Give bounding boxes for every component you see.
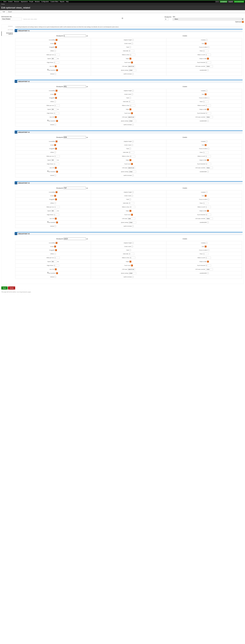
adaptive-height-5-checkbox[interactable] xyxy=(132,242,134,244)
swipe-1-checkbox[interactable] xyxy=(130,58,131,60)
swipe-to-slide-5-checkbox[interactable] xyxy=(207,261,209,262)
variable-width-1-checkbox[interactable] xyxy=(207,70,209,71)
remove-breakpoint-2-button[interactable]: ✕ xyxy=(15,80,17,83)
slides-per-row-3-input[interactable] xyxy=(54,155,60,157)
autoplay-5-checkbox[interactable] xyxy=(206,242,208,244)
touch-move-5-checkbox[interactable] xyxy=(131,264,133,266)
swipe-5-checkbox[interactable] xyxy=(130,261,131,262)
fade-4-checkbox[interactable] xyxy=(130,198,131,200)
infinite-5-checkbox[interactable] xyxy=(54,253,56,255)
skin-select[interactable]: - None - xyxy=(173,18,244,20)
slides-to-show-3-input[interactable] xyxy=(130,155,135,157)
breakpoint-2-input[interactable] xyxy=(64,85,86,88)
fade-3-checkbox[interactable] xyxy=(130,148,131,150)
admin-menu-custom-filters[interactable]: Custom filters xyxy=(50,1,59,2)
slides-to-show-2-input[interactable] xyxy=(130,104,135,106)
save-button[interactable]: Save xyxy=(1,286,8,290)
variable-width-3-checkbox[interactable] xyxy=(207,171,209,172)
wait-for-animate-1-checkbox[interactable] xyxy=(132,73,134,75)
center-mode-3-checkbox[interactable] xyxy=(132,144,133,146)
swipe-3-checkbox[interactable] xyxy=(130,159,131,161)
autoplay-1-checkbox[interactable] xyxy=(206,39,208,41)
wait-for-animate-2-checkbox[interactable] xyxy=(132,124,134,126)
slides-to-scroll-3-input[interactable] xyxy=(206,155,211,157)
initial-slide-4-input[interactable] xyxy=(129,202,134,204)
arrows-5-checkbox[interactable] xyxy=(54,246,56,248)
edge-friction-5-input[interactable] xyxy=(54,264,59,266)
touch-threshold-3-input[interactable] xyxy=(206,163,211,165)
accessibility-3-checkbox[interactable] xyxy=(56,140,58,142)
breakpoint-5-input[interactable] xyxy=(64,238,86,240)
swipe-4-checkbox[interactable] xyxy=(130,210,131,212)
admin-menu-configuration[interactable]: Configuration xyxy=(40,1,50,2)
arrows-4-checkbox[interactable] xyxy=(54,195,56,197)
jquery-easing-2-input[interactable] xyxy=(129,120,136,122)
acceptance-pill[interactable]: Acceptance xyxy=(220,1,227,2)
adaptive-height-2-checkbox[interactable] xyxy=(132,90,134,92)
center-mode-5-checkbox[interactable] xyxy=(132,246,133,247)
wait-for-animate-4-checkbox[interactable] xyxy=(132,226,134,227)
remove-breakpoint-1-button[interactable]: ✕ xyxy=(15,30,17,32)
rows-1-input[interactable] xyxy=(203,50,208,52)
swipe-to-slide-2-checkbox[interactable] xyxy=(207,108,209,110)
infinite-2-checkbox[interactable] xyxy=(54,101,56,102)
variable-width-4-checkbox[interactable] xyxy=(207,222,209,223)
focus-on-select-4-checkbox[interactable] xyxy=(208,198,209,200)
edge-friction-4-input[interactable] xyxy=(54,214,59,216)
slides-per-row-5-input[interactable] xyxy=(54,257,60,259)
admin-menu-store[interactable]: Store xyxy=(2,1,7,2)
css-ease-override-5-input[interactable] xyxy=(206,268,213,270)
admin-menu-modules[interactable]: Modules xyxy=(34,1,40,2)
touch-threshold-2-input[interactable] xyxy=(206,112,211,114)
slides-to-scroll-2-input[interactable] xyxy=(206,104,211,106)
slides-to-show-1-input[interactable] xyxy=(130,54,135,56)
focus-on-select-1-checkbox[interactable] xyxy=(208,46,209,48)
draggable-5-checkbox[interactable] xyxy=(55,249,57,251)
touch-move-2-checkbox[interactable] xyxy=(131,112,133,114)
arrows-3-checkbox[interactable] xyxy=(54,144,56,146)
help-icon[interactable]: ? xyxy=(47,170,49,172)
edge-friction-1-input[interactable] xyxy=(54,62,59,64)
breakpoint-4-input[interactable] xyxy=(64,187,86,189)
adaptive-height-4-checkbox[interactable] xyxy=(132,192,134,193)
use-transform-4-checkbox[interactable] xyxy=(56,222,58,223)
vertical-4-checkbox[interactable] xyxy=(54,226,56,227)
swipe-to-slide-4-checkbox[interactable] xyxy=(207,210,209,212)
dots-1-checkbox[interactable] xyxy=(205,43,206,44)
rows-5-input[interactable] xyxy=(203,253,208,255)
use-css-5-checkbox[interactable] xyxy=(55,268,57,270)
use-transform-2-checkbox[interactable] xyxy=(56,120,58,122)
css-ease-4-input[interactable] xyxy=(128,218,135,220)
optimized-checkbox[interactable] xyxy=(242,21,244,23)
help-icon[interactable]: ? xyxy=(47,69,49,70)
touch-move-4-checkbox[interactable] xyxy=(131,214,133,216)
speed-4-input[interactable] xyxy=(51,210,57,212)
css-ease-override-3-input[interactable] xyxy=(206,167,213,169)
remove-breakpoint-5-button[interactable]: ✕ xyxy=(15,232,17,235)
accessibility-2-checkbox[interactable] xyxy=(56,90,58,92)
remove-breakpoint-4-button[interactable]: ✕ xyxy=(15,182,17,184)
slides-per-row-4-input[interactable] xyxy=(54,206,60,208)
rows-3-input[interactable] xyxy=(203,151,208,154)
variable-width-2-checkbox[interactable] xyxy=(207,120,209,122)
autoplay-3-checkbox[interactable] xyxy=(206,141,208,142)
swipe-to-slide-1-checkbox[interactable] xyxy=(207,58,209,60)
edge-friction-3-input[interactable] xyxy=(54,163,59,165)
variable-width-5-checkbox[interactable] xyxy=(207,272,209,274)
slides-to-show-5-input[interactable] xyxy=(130,257,135,259)
vtab-responsive-display[interactable]: RESPONSIVE DISPLAY xyxy=(2,32,14,36)
slides-to-scroll-5-input[interactable] xyxy=(206,257,211,259)
focus-on-select-2-checkbox[interactable] xyxy=(208,97,209,99)
dots-3-checkbox[interactable] xyxy=(205,144,206,146)
speed-3-input[interactable] xyxy=(51,159,57,161)
use-css-1-checkbox[interactable] xyxy=(55,66,57,67)
draggable-3-checkbox[interactable] xyxy=(55,148,57,150)
speed-2-input[interactable] xyxy=(51,108,57,110)
infinite-1-checkbox[interactable] xyxy=(54,50,56,52)
help-icon[interactable]: ? xyxy=(47,272,49,274)
speed-1-input[interactable] xyxy=(51,58,57,60)
use-css-4-checkbox[interactable] xyxy=(55,218,57,220)
autoplay-4-checkbox[interactable] xyxy=(206,192,208,193)
admin-title-input[interactable] xyxy=(1,18,22,20)
vertical-2-checkbox[interactable] xyxy=(54,124,56,126)
